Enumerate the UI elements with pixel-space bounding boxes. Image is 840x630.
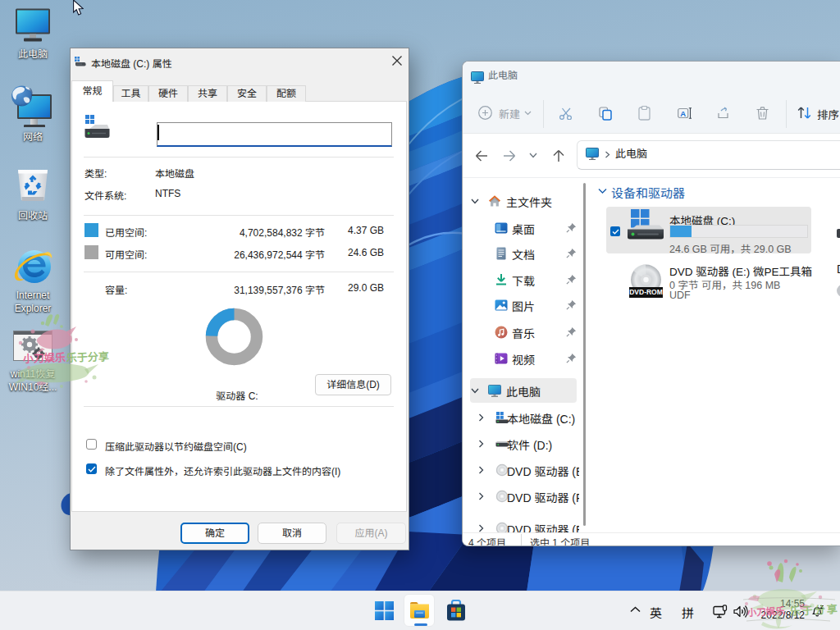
svg-text:小刀娱乐: 小刀娱乐 xyxy=(746,606,785,618)
svg-text:乐于分享: 乐于分享 xyxy=(789,603,839,618)
svg-text:小刀娱乐: 小刀娱乐 xyxy=(22,351,66,365)
svg-text:A: A xyxy=(680,109,686,118)
svg-text:乐于分享: 乐于分享 xyxy=(66,350,110,364)
